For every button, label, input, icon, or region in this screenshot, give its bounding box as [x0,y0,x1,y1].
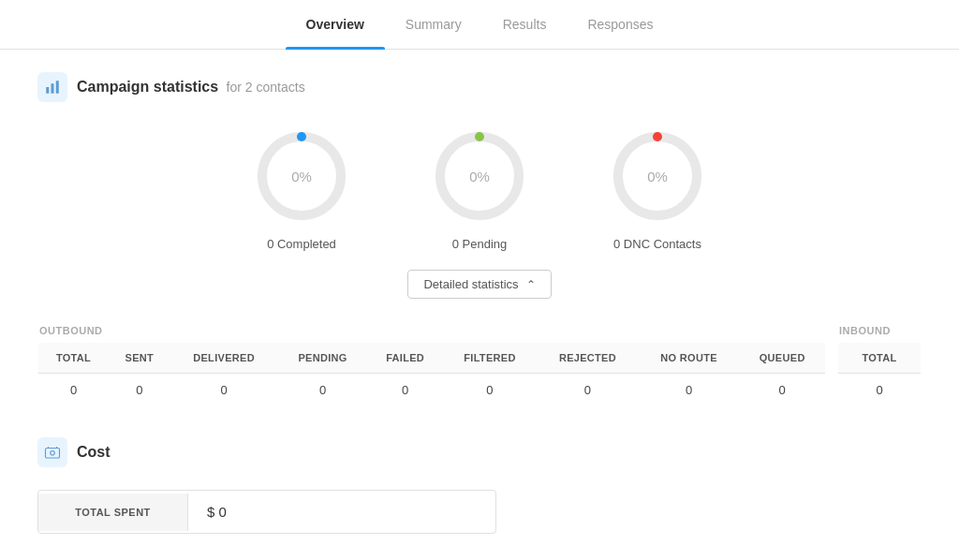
svg-rect-0 [46,87,49,94]
inbound-label: INBOUND [837,325,922,336]
donut-pending-percent: 0% [469,169,490,184]
tabs-bar: Overview Summary Results Responses [0,0,959,50]
col-pending: PENDING [278,343,368,374]
detailed-statistics-button[interactable]: Detailed statistics ⌃ [407,270,551,299]
tab-results[interactable]: Results [482,0,568,49]
val-queued: 0 [739,374,825,407]
val-no-route: 0 [639,374,740,407]
tab-summary[interactable]: Summary [385,0,482,49]
inbound-section: INBOUND TOTAL 0 [837,325,922,407]
chart-pending-label: 0 Pending [452,237,508,251]
inbound-table: TOTAL 0 [837,342,922,407]
donut-dnc-percent: 0% [647,169,668,184]
cost-section: Cost TOTAL SPENT $ 0 [37,437,922,534]
cost-icon [37,437,67,467]
chart-completed: 0% 0 Completed [250,125,353,251]
svg-rect-9 [46,449,60,459]
cost-title: Cost [77,444,111,461]
col-queued: QUEUED [739,343,825,374]
donut-completed: 0% [250,125,353,228]
col-filtered: FILTERED [443,343,537,374]
stats-tables-row: OUTBOUND TOTAL SENT DELIVERED PENDING FA… [37,325,922,407]
col-sent: SENT [109,343,170,374]
val-total: 0 [38,374,110,407]
outbound-data-row: 0 0 0 0 0 0 0 0 0 [38,374,826,407]
col-total: TOTAL [38,343,110,374]
val-rejected: 0 [537,374,639,407]
col-rejected: REJECTED [537,343,639,374]
svg-point-8 [653,132,662,141]
charts-row: 0% 0 Completed 0% 0 Pending [37,125,922,251]
inbound-header-row: TOTAL [838,343,922,374]
cost-total-spent-label: TOTAL SPENT [38,494,188,531]
tab-overview[interactable]: Overview [286,0,385,49]
detail-btn-row: Detailed statistics ⌃ [37,270,922,299]
outbound-label: OUTBOUND [37,325,826,336]
svg-rect-1 [52,83,54,94]
main-content: Campaign statistics for 2 contacts 0% 0 … [0,50,959,556]
chevron-up-icon: ⌃ [526,278,536,291]
outbound-section: OUTBOUND TOTAL SENT DELIVERED PENDING FA… [37,325,826,407]
val-pending: 0 [278,374,368,407]
outbound-table: TOTAL SENT DELIVERED PENDING FAILED FILT… [37,342,826,407]
svg-point-10 [51,451,55,456]
svg-point-4 [297,132,306,141]
tab-responses[interactable]: Responses [567,0,673,49]
campaign-stats-icon [37,72,67,102]
donut-dnc: 0% [606,125,709,228]
donut-pending: 0% [428,125,531,228]
cost-row: TOTAL SPENT $ 0 [37,490,496,534]
chart-pending: 0% 0 Pending [428,125,531,251]
val-delivered: 0 [170,374,278,407]
col-delivered: DELIVERED [170,343,278,374]
val-sent: 0 [109,374,170,407]
chart-dnc: 0% 0 DNC Contacts [606,125,709,251]
svg-rect-2 [56,81,59,94]
inbound-val-total: 0 [838,374,922,407]
campaign-stats-title: Campaign statistics for 2 contacts [77,79,305,96]
cost-header: Cost [37,437,922,467]
chart-completed-label: 0 Completed [267,237,336,251]
cost-total-spent-value: $ 0 [188,491,495,533]
inbound-data-row: 0 [838,374,922,407]
detailed-statistics-label: Detailed statistics [423,277,518,291]
campaign-stats-subtitle: for 2 contacts [227,80,305,95]
campaign-statistics-header: Campaign statistics for 2 contacts [37,72,922,102]
chart-dnc-label: 0 DNC Contacts [613,237,701,251]
outbound-header-row: TOTAL SENT DELIVERED PENDING FAILED FILT… [38,343,826,374]
svg-point-6 [475,132,484,141]
donut-completed-percent: 0% [291,169,312,184]
val-failed: 0 [368,374,443,407]
inbound-col-total: TOTAL [838,343,922,374]
val-filtered: 0 [443,374,537,407]
col-failed: FAILED [368,343,443,374]
col-no-route: NO ROUTE [639,343,740,374]
